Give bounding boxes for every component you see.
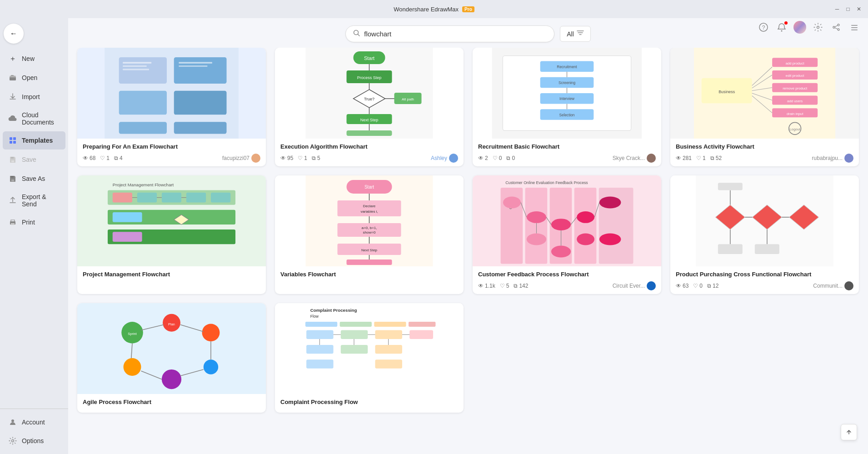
- template-card-complaint-processing[interactable]: Complaint Processing Flow: [275, 303, 464, 413]
- template-card-project-management[interactable]: Project Management Flowchart: [77, 175, 266, 294]
- sidebar-label-print: Print: [22, 219, 35, 226]
- sidebar-item-saveas[interactable]: Save As: [3, 170, 65, 188]
- author: Skye Crack...: [613, 154, 656, 163]
- svg-rect-26: [174, 57, 227, 84]
- search-input[interactable]: [364, 30, 547, 38]
- template-card-agile[interactable]: Sprint Plan: [77, 303, 266, 413]
- sidebar-item-account[interactable]: Account: [3, 413, 65, 431]
- template-info: Business Activity Flowchart 👁 281 ♡ 1 ⧉ …: [670, 139, 859, 166]
- svg-rect-173: [374, 322, 406, 327]
- sidebar-label-new: New: [22, 55, 35, 62]
- svg-point-158: [202, 324, 220, 341]
- svg-rect-29: [119, 122, 167, 134]
- svg-point-131: [527, 233, 546, 245]
- template-card-recruitment[interactable]: Recruitment Screening Interview Selectio…: [473, 48, 661, 166]
- content-area: ?: [68, 18, 868, 454]
- sidebar-label-saveas: Save As: [22, 175, 45, 182]
- filter-button[interactable]: All: [560, 26, 591, 42]
- template-card-execution-algorithm[interactable]: Start Process Step True? Next Step: [275, 48, 464, 166]
- svg-point-130: [599, 196, 621, 208]
- maximize-button[interactable]: □: [844, 5, 852, 13]
- svg-text:Logout: Logout: [789, 127, 801, 131]
- svg-rect-6: [11, 157, 14, 159]
- svg-text:Sprint: Sprint: [128, 332, 137, 336]
- close-button[interactable]: ✕: [855, 5, 863, 13]
- svg-rect-8: [11, 176, 14, 178]
- sidebar-item-cloud[interactable]: Cloud Documents: [3, 107, 65, 130]
- filter-label: All: [567, 30, 574, 38]
- template-info: Preparing For An Exam Flowchart 👁 68 ♡ 1…: [77, 139, 266, 166]
- author-avatar: [844, 281, 853, 290]
- eye-icon: 👁: [83, 155, 88, 161]
- svg-text:Process Step: Process Step: [357, 75, 382, 80]
- svg-rect-171: [305, 322, 337, 327]
- eye-icon: 👁: [676, 283, 681, 289]
- template-thumb: Recruitment Screening Interview Selectio…: [473, 48, 661, 139]
- template-title: Customer Feedback Process Flowchart: [478, 271, 656, 279]
- author-avatar: [647, 281, 656, 290]
- sidebar-label-open: Open: [22, 74, 37, 81]
- saveas-icon: [8, 174, 17, 183]
- svg-rect-10: [11, 223, 15, 225]
- template-card-business-activity[interactable]: add product edit product remove product …: [670, 48, 859, 166]
- svg-rect-22: [851, 30, 858, 30]
- copy-icon: ⧉: [710, 155, 714, 161]
- template-card-customer-feedback[interactable]: Customer Online Evaluation Feedback Proc…: [473, 175, 661, 294]
- window-controls: ─ □ ✕: [833, 5, 863, 13]
- author: Circuit Ever...: [613, 281, 656, 290]
- template-info: Project Management Flowchart: [77, 266, 266, 285]
- template-title: Recruitment Basic Flowchart: [478, 143, 656, 151]
- notification-icon[interactable]: [775, 21, 788, 34]
- sidebar-item-templates[interactable]: Templates: [3, 131, 65, 150]
- heart-icon: ♡: [100, 155, 105, 161]
- svg-point-19: [838, 29, 839, 30]
- template-card-variables[interactable]: Start Declare variables i, a=0, b=1, sho…: [275, 175, 464, 294]
- help-icon[interactable]: ?: [757, 21, 770, 34]
- author-name: facupizzi07: [222, 155, 249, 161]
- svg-text:Project Management Flowchart: Project Management Flowchart: [113, 182, 174, 187]
- search-icon: [353, 30, 360, 38]
- svg-rect-4: [13, 141, 16, 144]
- template-meta: 👁 1.1k ♡ 5 ⧉ 142 Circuit Ever...: [478, 281, 656, 290]
- new-icon: ＋: [8, 54, 17, 63]
- titlebar: Wondershare EdrawMax Pro ─ □ ✕: [0, 0, 868, 18]
- sidebar-item-open[interactable]: Open: [3, 69, 65, 87]
- template-thumb: [77, 48, 266, 139]
- svg-rect-175: [306, 330, 333, 339]
- svg-text:Complaint Processing: Complaint Processing: [310, 308, 357, 313]
- svg-rect-91: [113, 193, 132, 203]
- svg-point-160: [162, 369, 181, 389]
- svg-rect-33: [123, 69, 149, 70]
- template-card-preparing-exam[interactable]: Preparing For An Exam Flowchart 👁 68 ♡ 1…: [77, 48, 266, 166]
- eye-icon: 👁: [676, 155, 681, 161]
- sidebar-label-import: Import: [22, 93, 40, 100]
- svg-rect-178: [409, 330, 433, 339]
- heart-icon: ♡: [493, 155, 498, 161]
- templates-icon: [8, 136, 17, 145]
- back-button[interactable]: ←: [4, 24, 24, 44]
- template-info: Execution Algorithm Flowchart 👁 95 ♡ 1 ⧉…: [275, 139, 464, 166]
- minimize-button[interactable]: ─: [833, 5, 841, 13]
- search-box[interactable]: [345, 25, 554, 42]
- svg-rect-32: [123, 65, 147, 67]
- sidebar-label-templates: Templates: [22, 137, 53, 144]
- eye-icon: 👁: [478, 155, 484, 161]
- scroll-top-button[interactable]: [841, 424, 857, 440]
- svg-rect-3: [10, 141, 12, 144]
- preferences-icon[interactable]: [848, 21, 861, 34]
- svg-rect-117: [347, 259, 392, 265]
- user-avatar[interactable]: [793, 21, 806, 34]
- author-name: rubabrajpu...: [812, 155, 843, 161]
- sidebar-item-import[interactable]: Import: [3, 88, 65, 106]
- svg-point-15: [781, 30, 783, 32]
- template-card-product-purchasing[interactable]: Product Purchasing Cross Functional Flow…: [670, 175, 859, 294]
- svg-text:Declare: Declare: [363, 204, 376, 208]
- settings-icon[interactable]: [812, 21, 824, 34]
- share-icon[interactable]: [830, 21, 843, 34]
- sidebar-item-print[interactable]: Print: [3, 213, 65, 231]
- sidebar-item-options[interactable]: Options: [3, 432, 65, 450]
- svg-rect-21: [851, 27, 858, 28]
- sidebar-item-export[interactable]: Export & Send: [3, 189, 65, 212]
- sidebar-label-cloud: Cloud Documents: [22, 111, 60, 126]
- sidebar-item-new[interactable]: ＋ New: [3, 50, 65, 68]
